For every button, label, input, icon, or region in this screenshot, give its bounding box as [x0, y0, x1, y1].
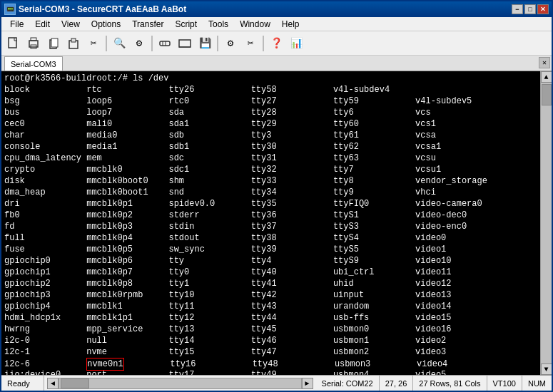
- status-cursor: 27, 26: [380, 376, 414, 391]
- app-icon: 📟: [4, 4, 16, 15]
- scroll-thumb-vertical[interactable]: [542, 84, 552, 105]
- terminal-line-15: fuse mmcblk0p5 sw_sync tty39 ttyS5 video…: [4, 244, 537, 255]
- title-buttons: − □ ✕: [512, 4, 549, 14]
- terminal-prompt: root@rk3566-buildroot:/# ls /dev: [4, 73, 537, 84]
- terminal-line-17: gpiochip1 mmcblk0p7 tty0 tty40 ubi_ctrl …: [4, 267, 537, 278]
- status-num: NUM: [522, 376, 552, 391]
- terminal-line-3: bus loop7 sda tty28 tty6 vcs: [4, 107, 537, 118]
- menu-view[interactable]: View: [56, 18, 86, 31]
- menu-help[interactable]: Help: [276, 18, 305, 31]
- terminal-line-16: gpiochip0 mmcblk0p6 tty tty4 ttyS9 video…: [4, 255, 537, 267]
- terminal-line-18: gpiochip2 mmcblk0p8 tty1 tty41 uhid vide…: [4, 278, 537, 289]
- terminal-line-22: hwrng mpp_service tty13 tty45 usbmon0 vi…: [4, 324, 537, 335]
- tab-bar: Serial-COM3 ✕: [1, 56, 552, 71]
- terminal-line-24: i2c-1 nvme tty15 tty47 usbmon2 video3: [4, 346, 537, 358]
- status-protocol-text: VT100: [493, 379, 516, 388]
- status-protocol: VT100: [487, 376, 522, 391]
- tab-serial-com3[interactable]: Serial-COM3: [4, 56, 63, 71]
- terminal-line-19: gpiochip3 mmcblk0rpmb tty10 tty42 uinput…: [4, 289, 537, 301]
- terminal-line-23: i2c-0 null tty14 tty46 usbmon1 video2: [4, 335, 537, 346]
- terminal-line-1: block rtc tty26 tty58 v4l-subdev4: [4, 84, 537, 96]
- hscroll-thumb[interactable]: [61, 378, 89, 388]
- terminal-line-20: gpiochip4 mmcblk1 tty11 tty43 urandom vi…: [4, 301, 537, 312]
- tab-label: Serial-COM3: [11, 60, 56, 68]
- terminal[interactable]: root@rk3566-buildroot:/# ls /devblock rt…: [1, 71, 540, 375]
- toolbar-key[interactable]: ✂: [241, 34, 260, 53]
- status-cursor-text: 27, 26: [385, 379, 407, 388]
- status-ready-text: Ready: [7, 379, 30, 388]
- close-button[interactable]: ✕: [537, 4, 549, 14]
- terminal-wrapper: root@rk3566-buildroot:/# ls /devblock rt…: [1, 71, 552, 375]
- toolbar-sep-1: [106, 36, 107, 51]
- status-bar: Ready ◄ ► Serial: COM22 27, 26 27 Rows, …: [1, 375, 552, 391]
- status-serial-text: Serial: COM22: [322, 379, 373, 388]
- toolbar-new[interactable]: [4, 34, 23, 53]
- terminal-line-9: disk mmcblk0boot0 shm tty33 tty8 vendor_…: [4, 175, 537, 187]
- terminal-line-8: crypto mmcblk0 sdc1 tty32 tty7 vcsu1: [4, 164, 537, 175]
- menu-bar: File Edit View Options Transfer Script T…: [1, 17, 552, 31]
- terminal-line-11: dri mmcblk0p1 spidev0.0 tty35 ttyFIQ0 vi…: [4, 198, 537, 210]
- menu-options[interactable]: Options: [86, 18, 126, 31]
- terminal-line-10: dma_heap mmcblk0boot1 snd tty34 tty9 vhc…: [4, 187, 537, 198]
- svg-rect-8: [160, 41, 170, 46]
- toolbar-paste[interactable]: [64, 34, 83, 53]
- horizontal-scrollbar-area: ◄ ►: [44, 378, 316, 389]
- terminal-line-2: bsg loop6 rtc0 tty27 tty59 v4l-subdev5: [4, 96, 537, 107]
- window-title: Serial-COM3 - SecureCRT AaEAaB AaBot: [19, 4, 186, 14]
- toolbar-connect[interactable]: [156, 34, 174, 53]
- toolbar-print[interactable]: [24, 34, 43, 53]
- menu-window[interactable]: Window: [234, 18, 276, 31]
- svg-rect-7: [71, 38, 76, 42]
- terminal-line-12: fb0 mmcblk0p2 stderr tty36 ttyS1 video-d…: [4, 210, 537, 221]
- terminal-line-26: iio:device0 port tty17 tty49 usbmon4 vid…: [4, 369, 537, 375]
- toolbar: ✂ 🔍 ⚙ 💾 ⚙ ✂ ❓ 📊: [1, 31, 552, 56]
- toolbar-options[interactable]: ⚙: [130, 34, 148, 53]
- svg-rect-0: [9, 38, 16, 48]
- toolbar-find[interactable]: 🔍: [110, 34, 128, 53]
- terminal-line-14: full mmcblk0p4 stdout tty38 ttyS4 video0: [4, 232, 537, 244]
- toolbar-save[interactable]: 💾: [196, 34, 214, 53]
- terminal-line-21: hdmi_hdcp1x mmcblk1p1 tty12 tty44 usb-ff…: [4, 312, 537, 324]
- toolbar-print2[interactable]: [176, 34, 194, 53]
- status-ready: Ready: [1, 376, 44, 391]
- toolbar-copy[interactable]: [44, 34, 63, 53]
- title-bar-left: 📟 Serial-COM3 - SecureCRT AaEAaB AaBot: [4, 4, 186, 15]
- svg-rect-11: [179, 40, 191, 47]
- status-dimensions-text: 27 Rows, 81 Cols: [419, 379, 480, 388]
- toolbar-help[interactable]: ❓: [267, 34, 285, 53]
- status-num-text: NUM: [528, 379, 546, 388]
- status-dimensions: 27 Rows, 81 Cols: [413, 376, 487, 391]
- terminal-line-7: cpu_dma_latency mem sdc tty31 tty63 vcsu: [4, 153, 537, 164]
- terminal-line-13: fd mmcblk0p3 stdin tty37 ttyS3 video-enc…: [4, 221, 537, 232]
- application-window: 📟 Serial-COM3 - SecureCRT AaEAaB AaBot −…: [0, 0, 553, 392]
- maximize-button[interactable]: □: [524, 4, 536, 14]
- tab-close-button[interactable]: ✕: [539, 57, 550, 68]
- toolbar-sep-4: [263, 36, 264, 51]
- terminal-line-6: console media1 sdb1 tty30 tty62 vcsa1: [4, 141, 537, 153]
- terminal-line-5: char media0 sdb tty3 tty61 vcsa: [4, 130, 537, 141]
- menu-tools[interactable]: Tools: [203, 18, 234, 31]
- toolbar-sep-2: [151, 36, 153, 51]
- menu-edit[interactable]: Edit: [29, 18, 56, 31]
- terminal-line-25: i2c-6 nvme0n1 tty16 tty48 usbmon3 video4: [4, 358, 537, 369]
- scroll-right-arrow[interactable]: ►: [302, 378, 313, 389]
- menu-transfer[interactable]: Transfer: [126, 18, 169, 31]
- svg-rect-5: [51, 38, 58, 47]
- minimize-button[interactable]: −: [512, 4, 523, 14]
- horizontal-scrollbar[interactable]: [59, 378, 302, 389]
- scroll-up-arrow[interactable]: ▲: [541, 71, 552, 83]
- terminal-line-4: cec0 mali0 sda1 tty29 tty60 vcs1: [4, 118, 537, 130]
- title-bar: 📟 Serial-COM3 - SecureCRT AaEAaB AaBot −…: [1, 1, 552, 17]
- status-serial: Serial: COM22: [316, 376, 380, 391]
- scroll-left-arrow[interactable]: ◄: [47, 378, 59, 389]
- vertical-scrollbar[interactable]: ▲ ▼: [540, 71, 552, 375]
- toolbar-cut[interactable]: ✂: [84, 34, 103, 53]
- scroll-down-arrow[interactable]: ▼: [541, 363, 552, 375]
- toolbar-settings[interactable]: ⚙: [221, 34, 240, 53]
- toolbar-about[interactable]: 📊: [287, 34, 305, 53]
- menu-script[interactable]: Script: [169, 18, 203, 31]
- toolbar-sep-3: [217, 36, 218, 51]
- menu-file[interactable]: File: [4, 18, 29, 31]
